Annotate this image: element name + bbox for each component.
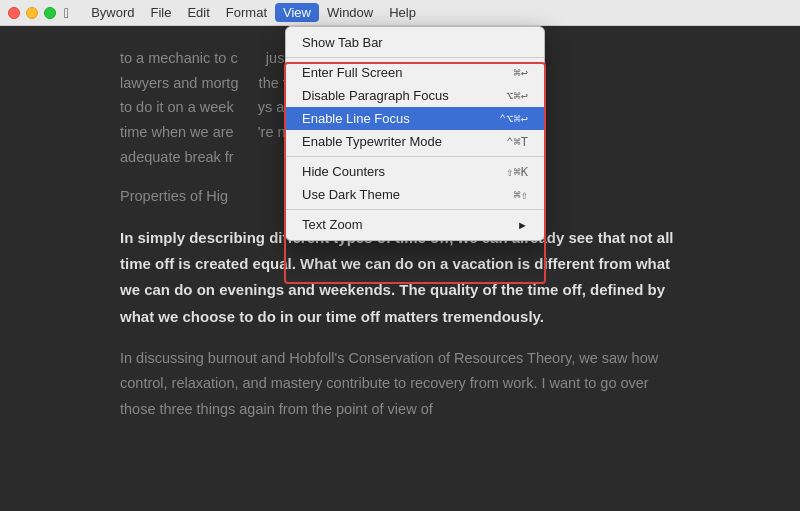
menu-item-enable-typewriter-mode[interactable]: Enable Typewriter Mode ⌃⌘T bbox=[286, 130, 544, 153]
menu-item-label: Enter Full Screen bbox=[302, 65, 402, 80]
menubar-file[interactable]: File bbox=[142, 3, 179, 22]
menu-item-label: Use Dark Theme bbox=[302, 187, 400, 202]
menubar-format[interactable]: Format bbox=[218, 3, 275, 22]
menu-item-hide-counters[interactable]: Hide Counters ⇧⌘K bbox=[286, 160, 544, 183]
menubar:  Byword File Edit Format View Window He… bbox=[0, 0, 800, 26]
close-button[interactable] bbox=[8, 7, 20, 19]
menu-item-shortcut: ⇧⌘K bbox=[506, 165, 528, 179]
menu-item-shortcut: ⌘⇧ bbox=[514, 188, 528, 202]
menu-item-label: Show Tab Bar bbox=[302, 35, 383, 50]
menubar-window[interactable]: Window bbox=[319, 3, 381, 22]
editor-normal-paragraph: In discussing burnout and Hobfoll's Cons… bbox=[120, 346, 680, 422]
menu-item-disable-paragraph-focus[interactable]: Disable Paragraph Focus ⌥⌘↩ bbox=[286, 84, 544, 107]
minimize-button[interactable] bbox=[26, 7, 38, 19]
menubar-view[interactable]: View bbox=[275, 3, 319, 22]
menu-item-shortcut: ⌃⌘T bbox=[506, 135, 528, 149]
menu-separator-1 bbox=[286, 57, 544, 58]
menu-item-label: Enable Typewriter Mode bbox=[302, 134, 442, 149]
view-dropdown-menu: Show Tab Bar Enter Full Screen ⌘↩ Disabl… bbox=[285, 26, 545, 241]
menubar-edit[interactable]: Edit bbox=[179, 3, 217, 22]
menu-item-shortcut: ⌥⌘↩ bbox=[506, 89, 528, 103]
menu-separator-2 bbox=[286, 156, 544, 157]
menu-item-enter-full-screen[interactable]: Enter Full Screen ⌘↩ bbox=[286, 61, 544, 84]
menu-item-show-tab-bar[interactable]: Show Tab Bar bbox=[286, 31, 544, 54]
menu-item-text-zoom[interactable]: Text Zoom ► bbox=[286, 213, 544, 236]
traffic-lights bbox=[8, 7, 56, 19]
menu-item-label: Text Zoom bbox=[302, 217, 363, 232]
menu-item-label: Hide Counters bbox=[302, 164, 385, 179]
submenu-arrow-icon: ► bbox=[517, 219, 528, 231]
menubar-help[interactable]: Help bbox=[381, 3, 424, 22]
menu-separator-3 bbox=[286, 209, 544, 210]
menu-item-shortcut: ⌃⌥⌘↩ bbox=[499, 112, 528, 126]
apple-menu[interactable]:  bbox=[64, 5, 69, 21]
menu-item-enable-line-focus[interactable]: Enable Line Focus ⌃⌥⌘↩ bbox=[286, 107, 544, 130]
menu-item-label: Enable Line Focus bbox=[302, 111, 410, 126]
menu-item-label: Disable Paragraph Focus bbox=[302, 88, 449, 103]
menu-item-use-dark-theme[interactable]: Use Dark Theme ⌘⇧ bbox=[286, 183, 544, 206]
maximize-button[interactable] bbox=[44, 7, 56, 19]
menu-item-shortcut: ⌘↩ bbox=[514, 66, 528, 80]
menubar-byword[interactable]: Byword bbox=[83, 3, 142, 22]
